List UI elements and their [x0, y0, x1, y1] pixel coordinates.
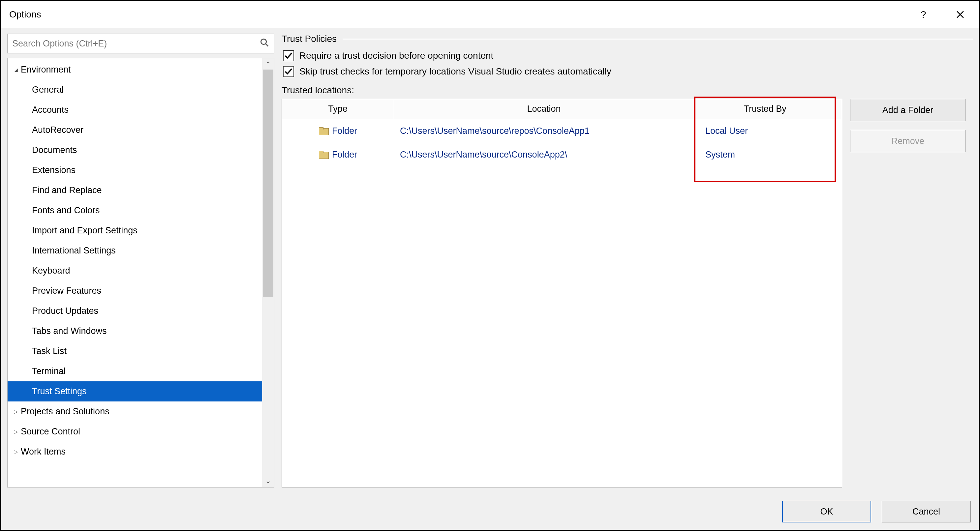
column-location[interactable]: Location [394, 99, 694, 119]
tree-item-label: Preview Features [32, 286, 101, 296]
trusted-locations-grid: Type Location Trusted By FolderC:\Users\… [282, 99, 842, 488]
scroll-up-icon[interactable]: ⌃ [265, 60, 271, 70]
search-input[interactable] [12, 38, 259, 49]
tree-item-import-and-export-settings[interactable]: Import and Export Settings [8, 221, 262, 241]
scroll-thumb[interactable] [263, 70, 274, 297]
skip-trust-label: Skip trust checks for temporary location… [299, 66, 611, 77]
scroll-down-icon[interactable]: ⌄ [265, 476, 271, 486]
skip-trust-checkbox[interactable] [283, 66, 294, 77]
column-type[interactable]: Type [282, 99, 394, 119]
cell-type: Folder [332, 149, 358, 160]
trusted-locations-label: Trusted locations: [282, 85, 973, 95]
tree-item-label: Keyboard [32, 266, 70, 276]
tree-item-international-settings[interactable]: International Settings [8, 241, 262, 261]
expander-icon[interactable]: ▷ [12, 429, 19, 435]
tree-item-label: Fonts and Colors [32, 205, 100, 216]
tree-item-label: Terminal [32, 366, 65, 377]
window-title: Options [9, 9, 41, 20]
help-button[interactable]: ? [912, 5, 935, 24]
tree-item-tabs-and-windows[interactable]: Tabs and Windows [8, 321, 262, 341]
require-trust-checkbox[interactable] [283, 50, 294, 61]
tree-item-extensions[interactable]: Extensions [8, 160, 262, 180]
tree-item-label: AutoRecover [32, 125, 83, 135]
cell-trusted-by: Local User [694, 126, 836, 136]
cancel-button[interactable]: Cancel [882, 501, 971, 522]
tree-item-label: Trust Settings [32, 386, 87, 396]
tree-item-label: Source Control [21, 426, 80, 437]
folder-icon [319, 151, 328, 158]
tree-item-terminal[interactable]: Terminal [8, 361, 262, 382]
tree-item-source-control[interactable]: ▷Source Control [8, 421, 262, 442]
tree-item-label: Extensions [32, 165, 75, 175]
tree-item-label: Documents [32, 145, 77, 155]
tree-item-label: Projects and Solutions [21, 406, 110, 417]
table-row[interactable]: FolderC:\Users\UserName\source\repos\Con… [282, 119, 842, 143]
tree-item-label: Work Items [21, 447, 65, 457]
tree-item-general[interactable]: General [8, 80, 262, 100]
tree-item-label: General [32, 85, 64, 95]
tree-item-fonts-and-colors[interactable]: Fonts and Colors [8, 200, 262, 221]
cell-location: C:\Users\UserName\source\ConsoleApp2\ [394, 149, 694, 160]
group-divider [343, 39, 973, 39]
tree-item-preview-features[interactable]: Preview Features [8, 281, 262, 301]
close-button[interactable] [948, 5, 972, 24]
add-folder-button[interactable]: Add a Folder [850, 99, 966, 121]
remove-button: Remove [850, 130, 966, 152]
tree-item-task-list[interactable]: Task List [8, 341, 262, 361]
search-icon [259, 38, 269, 49]
tree-item-label: Environment [21, 65, 71, 75]
search-options-box[interactable] [7, 33, 274, 53]
tree-item-product-updates[interactable]: Product Updates [8, 301, 262, 321]
tree-item-work-items[interactable]: ▷Work Items [8, 442, 262, 462]
expander-icon[interactable]: ◢ [12, 67, 19, 73]
tree-item-documents[interactable]: Documents [8, 140, 262, 160]
cell-type: Folder [332, 126, 358, 136]
group-title: Trust Policies [282, 33, 337, 44]
tree-item-label: Find and Replace [32, 185, 102, 196]
cell-location: C:\Users\UserName\source\repos\ConsoleAp… [394, 126, 694, 136]
tree-item-label: Product Updates [32, 306, 98, 316]
tree-item-label: Tabs and Windows [32, 326, 107, 336]
titlebar: Options ? [1, 1, 979, 28]
tree-item-find-and-replace[interactable]: Find and Replace [8, 180, 262, 200]
require-trust-label: Require a trust decision before opening … [299, 51, 493, 61]
ok-button[interactable]: OK [782, 501, 871, 522]
svg-point-0 [261, 39, 266, 44]
tree-scrollbar[interactable]: ⌃ ⌄ [262, 58, 274, 487]
options-tree: ◢EnvironmentGeneralAccountsAutoRecoverDo… [7, 58, 274, 488]
tree-item-label: International Settings [32, 246, 116, 256]
tree-item-label: Task List [32, 346, 67, 356]
expander-icon[interactable]: ▷ [12, 409, 19, 415]
cell-trusted-by: System [694, 149, 836, 160]
check-icon [284, 67, 293, 76]
tree-item-accounts[interactable]: Accounts [8, 100, 262, 120]
expander-icon[interactable]: ▷ [12, 448, 19, 455]
column-trusted-by[interactable]: Trusted By [694, 99, 836, 119]
table-row[interactable]: FolderC:\Users\UserName\source\ConsoleAp… [282, 143, 842, 167]
folder-icon [319, 127, 328, 135]
tree-item-trust-settings[interactable]: Trust Settings [8, 382, 262, 401]
tree-item-label: Import and Export Settings [32, 226, 137, 236]
tree-item-keyboard[interactable]: Keyboard [8, 261, 262, 281]
svg-line-1 [266, 44, 269, 46]
tree-item-projects-and-solutions[interactable]: ▷Projects and Solutions [8, 401, 262, 421]
tree-item-autorecover[interactable]: AutoRecover [8, 120, 262, 140]
tree-item-environment[interactable]: ◢Environment [8, 60, 262, 80]
check-icon [284, 51, 293, 60]
close-icon [956, 10, 964, 19]
tree-item-label: Accounts [32, 105, 68, 115]
